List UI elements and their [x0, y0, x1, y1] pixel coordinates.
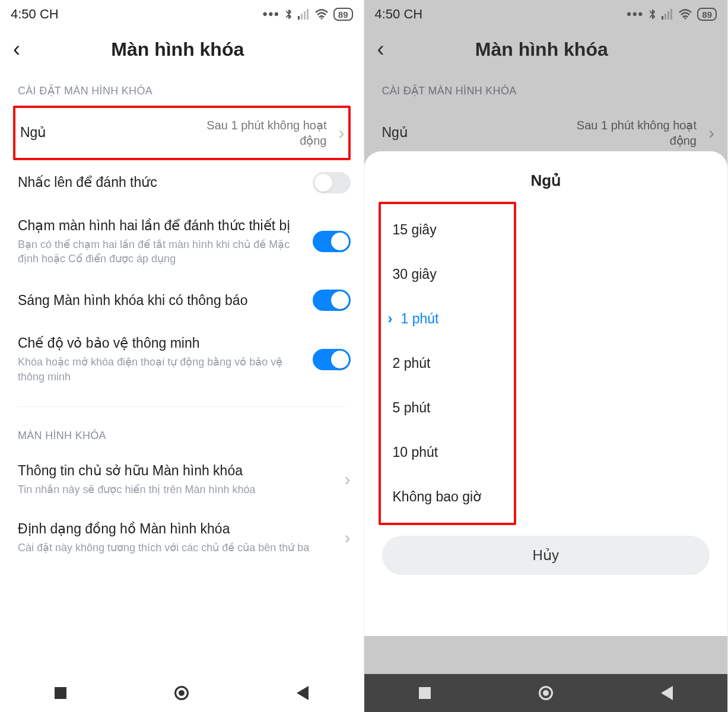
item-clock-format[interactable]: Định dạng đồng hồ Màn hình khóa Cài đặt … — [0, 508, 364, 567]
settings-list[interactable]: CÀI ĐẶT MÀN HÌNH KHÓA Ngủ Sau 1 phút khô… — [0, 72, 364, 674]
nav-home-button[interactable] — [174, 685, 189, 701]
option-10min[interactable]: 10 phút — [384, 430, 510, 475]
item-double-tap-sub: Bạn có thể chạm hai lần để tắt màn hình … — [18, 237, 304, 266]
title-bar: ‹ Màn hình khóa — [0, 28, 364, 72]
section-header-lock-settings: CÀI ĐẶT MÀN HÌNH KHÓA — [0, 72, 364, 106]
item-clock-sub: Cài đặt này không tương thích với các ch… — [18, 541, 333, 555]
toggle-smart-cover[interactable] — [313, 349, 351, 370]
item-wake-on-notification[interactable]: Sáng Màn hình khóa khi có thông báo — [0, 278, 364, 323]
svg-rect-7 — [667, 11, 669, 20]
signal-icon — [662, 9, 673, 20]
nav-bar — [0, 674, 364, 712]
nav-bar — [364, 674, 728, 712]
item-sleep-value: Sau 1 phút không hoạt động — [179, 117, 327, 148]
item-double-tap-title: Chạm màn hình hai lần để đánh thức thiết… — [18, 217, 304, 235]
svg-point-4 — [320, 17, 322, 19]
signal-icon — [298, 9, 310, 20]
option-30s[interactable]: 30 giây — [384, 252, 510, 297]
toggle-wake-on-notification[interactable] — [313, 290, 351, 311]
svg-rect-6 — [665, 14, 666, 20]
nav-back-button[interactable] — [295, 685, 310, 701]
svg-rect-1 — [301, 14, 303, 20]
nav-home-button[interactable] — [538, 685, 554, 701]
svg-rect-3 — [307, 9, 309, 20]
option-1min[interactable]: 1 phút — [384, 297, 510, 341]
toggle-double-tap[interactable] — [313, 231, 351, 252]
title-bar: ‹ Màn hình khóa — [364, 28, 728, 72]
nav-back-button[interactable] — [659, 685, 675, 701]
wifi-icon — [314, 9, 329, 20]
item-raise-title: Nhấc lên để đánh thức — [18, 174, 304, 192]
status-icons: ••• 89 — [627, 7, 717, 22]
item-sleep[interactable]: Ngủ Sau 1 phút không hoạt động › — [15, 108, 348, 158]
option-5min[interactable]: 5 phút — [384, 386, 510, 430]
item-smart-cover[interactable]: Chế độ vỏ bảo vệ thông minh Khóa hoặc mở… — [0, 323, 364, 395]
chevron-right-icon: › — [708, 123, 714, 143]
divider — [18, 406, 346, 407]
bluetooth-icon — [648, 8, 657, 21]
item-owner-title: Thông tin chủ sở hữu Màn hình khóa — [18, 462, 333, 480]
item-smart-cover-title: Chế độ vỏ bảo vệ thông minh — [18, 335, 304, 352]
sleep-options-sheet: Ngủ 15 giây 30 giây 1 phút 2 phút 5 phút… — [364, 151, 728, 636]
option-15s[interactable]: 15 giây — [384, 208, 510, 252]
option-2min[interactable]: 2 phút — [384, 341, 510, 386]
svg-rect-8 — [670, 9, 672, 20]
item-raise-to-wake[interactable]: Nhấc lên để đánh thức — [0, 160, 364, 205]
item-owner-info[interactable]: Thông tin chủ sở hữu Màn hình khóa Tin n… — [0, 450, 364, 508]
phone-left: 4:50 CH ••• 89 ‹ Màn hình khóa CÀI ĐẶT M… — [0, 0, 364, 712]
nav-recent-button[interactable] — [417, 685, 433, 701]
item-owner-sub: Tin nhắn này sẽ được hiển thị trên Màn h… — [18, 482, 333, 497]
more-icon: ••• — [627, 7, 644, 22]
status-icons: ••• 89 — [263, 7, 353, 22]
phone-right: 4:50 CH ••• 89 ‹ Màn hình khóa CÀI ĐẶT M… — [364, 0, 729, 712]
sheet-title: Ngủ — [382, 171, 710, 190]
bluetooth-icon — [285, 8, 293, 21]
svg-rect-2 — [304, 11, 306, 20]
item-smart-cover-sub: Khóa hoặc mở khóa điện thoại tự động bằn… — [18, 355, 304, 384]
nav-recent-button[interactable] — [53, 685, 68, 701]
item-sleep-value: Sau 1 phút không hoạt động — [548, 117, 697, 148]
item-double-tap[interactable]: Chạm màn hình hai lần để đánh thức thiết… — [0, 205, 364, 278]
chevron-right-icon: › — [345, 527, 351, 548]
item-clock-title: Định dạng đồng hồ Màn hình khóa — [18, 520, 333, 538]
highlight-sleep: Ngủ Sau 1 phút không hoạt động › — [13, 106, 351, 160]
item-wake-notif-title: Sáng Màn hình khóa khi có thông báo — [18, 292, 304, 310]
item-sleep-title: Ngủ — [382, 124, 541, 142]
section-header-lock-settings: CÀI ĐẶT MÀN HÌNH KHÓA — [364, 72, 728, 106]
section-header-lockscreen: MÀN HÌNH KHÓA — [0, 418, 364, 450]
page-title: Màn hình khóa — [369, 39, 715, 61]
more-icon: ••• — [263, 7, 280, 22]
battery-icon: 89 — [333, 8, 353, 21]
status-bar: 4:50 CH ••• 89 — [0, 0, 364, 28]
svg-point-9 — [685, 17, 686, 19]
svg-rect-5 — [662, 16, 663, 20]
cancel-button[interactable]: Hủy — [382, 536, 710, 575]
status-time: 4:50 CH — [11, 7, 59, 22]
chevron-right-icon: › — [339, 123, 345, 143]
page-title: Màn hình khóa — [5, 39, 351, 61]
item-sleep-title: Ngủ — [20, 124, 170, 142]
option-never[interactable]: Không bao giờ — [384, 475, 510, 519]
chevron-right-icon: › — [345, 469, 351, 490]
status-time: 4:50 CH — [375, 7, 423, 22]
status-bar: 4:50 CH ••• 89 — [364, 0, 728, 28]
highlight-options: 15 giây 30 giây 1 phút 2 phút 5 phút 10 … — [379, 202, 516, 525]
svg-rect-0 — [298, 16, 300, 20]
dimmed-background: 4:50 CH ••• 89 ‹ Màn hình khóa CÀI ĐẶT M… — [364, 0, 728, 674]
toggle-raise-to-wake[interactable] — [313, 172, 351, 193]
battery-icon: 89 — [697, 8, 717, 21]
wifi-icon — [678, 9, 692, 20]
